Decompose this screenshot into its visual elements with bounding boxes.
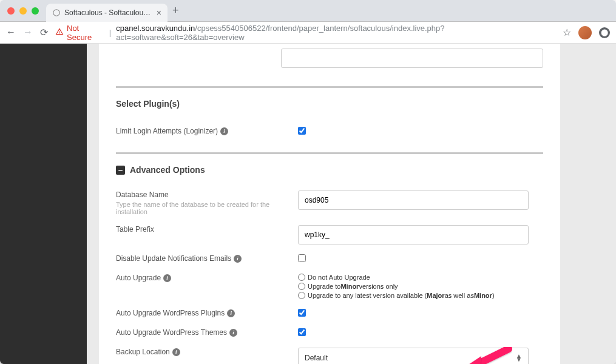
minimize-window-icon[interactable]	[19, 7, 27, 15]
limit-login-checkbox[interactable]	[298, 127, 306, 135]
security-label: Not Secure	[67, 24, 104, 42]
collapse-icon: −	[116, 166, 125, 175]
auto-upgrade-radios: Do not Auto Upgrade Upgrade to Minor ver…	[298, 274, 543, 299]
section-select-plugins: Select Plugin(s)	[99, 88, 560, 122]
sidebar-dark	[0, 44, 87, 364]
auto-upgrade-opt-major[interactable]: Upgrade to any latest version available …	[298, 292, 543, 299]
auto-upgrade-plugins-checkbox[interactable]	[298, 309, 306, 317]
info-icon[interactable]: i	[229, 329, 237, 337]
tab-close-icon[interactable]: ×	[157, 8, 161, 18]
url-text: cpanel.souravkundu.in/cpsess5540506522/f…	[116, 24, 555, 42]
not-secure-icon	[55, 27, 64, 38]
browser-tab[interactable]: Softaculous - Softaculous - W ×	[46, 4, 168, 22]
extensions-icon[interactable]: ⬤	[599, 27, 610, 38]
nav-buttons: ← → ⟳	[6, 27, 48, 38]
tab-title: Softaculous - Softaculous - W	[64, 8, 153, 17]
top-text-input[interactable]	[281, 49, 543, 68]
main-content: Select Plugin(s) Limit Login Attempts (L…	[87, 44, 616, 364]
auto-upgrade-label: Auto Upgrade	[116, 274, 161, 282]
new-tab-button[interactable]: +	[172, 4, 179, 17]
backup-location-select[interactable]: Default ▲▼	[298, 348, 529, 364]
auto-upgrade-opt-minor[interactable]: Upgrade to Minor versions only	[298, 283, 543, 290]
auto-upgrade-opt-none[interactable]: Do not Auto Upgrade	[298, 274, 543, 281]
table-prefix-input[interactable]	[298, 225, 529, 244]
auto-upgrade-themes-label: Auto Upgrade WordPress Themes	[116, 328, 227, 337]
limit-login-label: Limit Login Attempts (Loginizer)	[116, 127, 218, 135]
info-icon[interactable]: i	[227, 309, 235, 317]
profile-avatar[interactable]	[578, 26, 592, 39]
close-window-icon[interactable]	[7, 7, 15, 15]
disable-emails-label: Disable Update Notifications Emails	[116, 254, 231, 263]
info-icon[interactable]: i	[220, 127, 228, 135]
disable-emails-checkbox[interactable]	[298, 254, 306, 262]
form-panel: Select Plugin(s) Limit Login Attempts (L…	[99, 44, 560, 364]
advanced-options-header[interactable]: − Advanced Options	[99, 154, 560, 186]
backup-location-label: Backup Location	[116, 348, 170, 356]
page-content: Select Plugin(s) Limit Login Attempts (L…	[0, 44, 616, 364]
reload-button[interactable]: ⟳	[40, 27, 48, 38]
bookmark-icon[interactable]: ☆	[563, 27, 571, 38]
url-field[interactable]: Not Secure | cpanel.souravkundu.in/cpses…	[55, 24, 555, 42]
back-button[interactable]: ←	[6, 27, 16, 38]
info-icon[interactable]: i	[172, 348, 180, 356]
database-name-hint: Type the name of the database to be crea…	[116, 201, 298, 215]
tab-favicon-icon	[52, 8, 61, 17]
auto-upgrade-themes-checkbox[interactable]	[298, 328, 306, 336]
info-icon[interactable]: i	[234, 255, 242, 263]
forward-button[interactable]: →	[23, 27, 33, 38]
database-name-input[interactable]	[298, 190, 529, 210]
window-controls	[7, 7, 39, 15]
svg-point-0	[53, 9, 60, 16]
toolbar-right: ☆ ⬤	[563, 26, 610, 39]
maximize-window-icon[interactable]	[32, 7, 39, 15]
table-prefix-label: Table Prefix	[116, 225, 154, 234]
tab-strip: Softaculous - Softaculous - W × +	[0, 0, 616, 22]
address-bar: ← → ⟳ Not Secure | cpanel.souravkundu.in…	[0, 22, 616, 44]
info-icon[interactable]: i	[163, 274, 171, 282]
auto-upgrade-plugins-label: Auto Upgrade WordPress Plugins	[116, 309, 225, 317]
select-arrows-icon: ▲▼	[516, 354, 522, 362]
browser-window: Softaculous - Softaculous - W × + ← → ⟳ …	[0, 0, 616, 364]
database-name-label: Database Name	[116, 190, 298, 199]
